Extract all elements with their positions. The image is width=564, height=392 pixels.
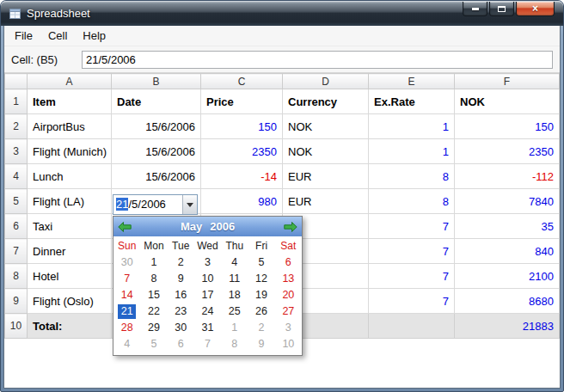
- cell-E9[interactable]: 7: [369, 289, 455, 314]
- calendar-day[interactable]: 6: [168, 336, 194, 352]
- calendar-day[interactable]: 30: [168, 320, 194, 336]
- cell-E5[interactable]: 8: [369, 189, 455, 214]
- cell-C1[interactable]: Price: [201, 89, 283, 114]
- corner-header[interactable]: [5, 74, 28, 89]
- calendar-day[interactable]: 1: [140, 254, 167, 271]
- cell-A7[interactable]: Dinner: [28, 239, 112, 264]
- cell-E2[interactable]: 1: [369, 114, 455, 139]
- combobox-value[interactable]: 21/5/2006: [113, 195, 182, 214]
- calendar-day[interactable]: 1: [221, 320, 248, 336]
- cell-B2[interactable]: 15/6/2006: [112, 114, 201, 139]
- cell-F1[interactable]: NOK: [455, 89, 560, 114]
- cell-A2[interactable]: AirportBus: [28, 114, 112, 139]
- cell-A4[interactable]: Lunch: [28, 164, 112, 189]
- calendar-day[interactable]: 26: [248, 303, 274, 320]
- cell-E3[interactable]: 1: [369, 139, 455, 164]
- cell-A10[interactable]: Total:: [28, 314, 112, 339]
- cell-C2[interactable]: 150: [201, 114, 283, 139]
- calendar-day[interactable]: 15: [140, 287, 167, 303]
- combobox-dropdown-button[interactable]: [182, 195, 197, 214]
- cell-F7[interactable]: 840: [455, 239, 560, 264]
- row-header-5[interactable]: 5: [5, 189, 28, 214]
- cell-A9[interactable]: Flight (Oslo): [28, 289, 112, 314]
- cell-D1[interactable]: Currency: [283, 89, 369, 114]
- calendar-day[interactable]: 8: [221, 336, 248, 352]
- minimize-button[interactable]: [463, 2, 487, 16]
- cell-A5[interactable]: Flight (LA): [28, 189, 112, 214]
- calendar-day[interactable]: 31: [194, 320, 221, 336]
- calendar-day[interactable]: 20: [275, 287, 302, 303]
- column-header-c[interactable]: C: [201, 74, 283, 89]
- cell-F4[interactable]: -112: [455, 164, 560, 189]
- calendar-day[interactable]: 28: [113, 320, 140, 336]
- cell-D3[interactable]: NOK: [283, 139, 369, 164]
- calendar-day[interactable]: 25: [221, 303, 248, 320]
- calendar-day[interactable]: 7: [194, 336, 221, 352]
- formula-input[interactable]: [82, 51, 553, 69]
- cell-A8[interactable]: Hotel: [28, 264, 112, 289]
- next-month-button[interactable]: [284, 222, 297, 232]
- calendar-day[interactable]: 29: [140, 320, 167, 336]
- cell-F5[interactable]: 7840: [455, 189, 560, 214]
- column-header-e[interactable]: E: [369, 74, 455, 89]
- calendar-day[interactable]: 4: [221, 254, 248, 271]
- calendar-day[interactable]: 2: [168, 254, 194, 271]
- calendar-day[interactable]: 8: [140, 271, 167, 287]
- title-bar[interactable]: Spreadsheet ×: [1, 1, 563, 26]
- calendar-day[interactable]: 5: [140, 336, 167, 352]
- close-button[interactable]: ×: [516, 2, 555, 16]
- cell-E6[interactable]: 7: [369, 214, 455, 239]
- cell-C5[interactable]: 980: [201, 189, 283, 214]
- calendar-day[interactable]: 27: [275, 303, 302, 320]
- calendar-day[interactable]: 13: [275, 271, 302, 287]
- row-header-1[interactable]: 1: [5, 89, 28, 114]
- cell-A3[interactable]: Flight (Munich): [28, 139, 112, 164]
- cell-E4[interactable]: 8: [369, 164, 455, 189]
- cell-C4[interactable]: -14: [201, 164, 283, 189]
- calendar-day[interactable]: 9: [248, 336, 274, 352]
- calendar-day[interactable]: 9: [168, 271, 194, 287]
- calendar-day[interactable]: 10: [194, 271, 221, 287]
- calendar-year-label[interactable]: 2006: [210, 220, 235, 233]
- calendar-day[interactable]: 7: [113, 271, 140, 287]
- column-header-f[interactable]: F: [455, 74, 560, 89]
- cell-D2[interactable]: NOK: [283, 114, 369, 139]
- cell-F3[interactable]: 2350: [455, 139, 560, 164]
- cell-D5[interactable]: EUR: [283, 189, 369, 214]
- cell-A6[interactable]: Taxi: [28, 214, 112, 239]
- calendar-day[interactable]: 2: [248, 320, 274, 336]
- cell-D4[interactable]: EUR: [283, 164, 369, 189]
- row-header-3[interactable]: 3: [5, 139, 28, 164]
- prev-month-button[interactable]: [118, 222, 132, 232]
- column-header-b[interactable]: B: [112, 74, 201, 89]
- cell-F2[interactable]: 150: [455, 114, 560, 139]
- row-header-7[interactable]: 7: [5, 239, 28, 264]
- cell-A1[interactable]: Item: [28, 89, 112, 114]
- menu-file[interactable]: File: [7, 27, 40, 45]
- calendar-day[interactable]: 21: [113, 303, 140, 320]
- calendar-day[interactable]: 17: [194, 287, 221, 303]
- cell-B1[interactable]: Date: [112, 89, 201, 114]
- cell-F10[interactable]: 21883: [455, 314, 560, 339]
- calendar-day[interactable]: 3: [194, 254, 221, 271]
- cell-E10[interactable]: [369, 314, 455, 339]
- row-header-10[interactable]: 10: [5, 314, 28, 339]
- menu-help[interactable]: Help: [75, 27, 113, 45]
- cell-F6[interactable]: 35: [455, 214, 560, 239]
- row-header-4[interactable]: 4: [5, 164, 28, 189]
- row-header-6[interactable]: 6: [5, 214, 28, 239]
- column-header-a[interactable]: A: [28, 74, 112, 89]
- column-header-d[interactable]: D: [283, 74, 369, 89]
- cell-B3[interactable]: 15/6/2006: [112, 139, 201, 164]
- cell-B4[interactable]: 15/6/2006: [112, 164, 201, 189]
- calendar-day[interactable]: 19: [248, 287, 274, 303]
- calendar-day[interactable]: 11: [221, 271, 248, 287]
- cell-F8[interactable]: 2100: [455, 264, 560, 289]
- calendar-day[interactable]: 12: [248, 271, 274, 287]
- row-header-8[interactable]: 8: [5, 264, 28, 289]
- menu-cell[interactable]: Cell: [40, 27, 75, 45]
- calendar-day[interactable]: 10: [275, 336, 302, 352]
- row-header-2[interactable]: 2: [5, 114, 28, 139]
- cell-E8[interactable]: 7: [369, 264, 455, 289]
- date-combobox[interactable]: 21/5/2006: [113, 194, 198, 215]
